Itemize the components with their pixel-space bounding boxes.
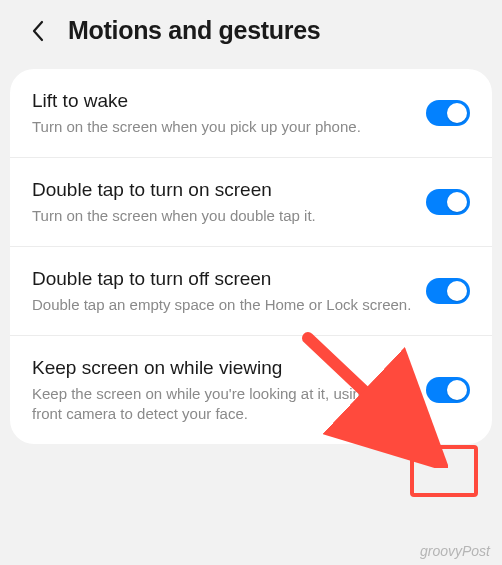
annotation-highlight — [410, 445, 478, 497]
watermark: groovyPost — [420, 543, 490, 559]
setting-desc: Double tap an empty space on the Home or… — [32, 295, 414, 315]
setting-desc: Turn on the screen when you pick up your… — [32, 117, 414, 137]
setting-title: Lift to wake — [32, 89, 414, 113]
toggle-double-tap-on[interactable] — [426, 189, 470, 215]
setting-double-tap-on[interactable]: Double tap to turn on screen Turn on the… — [10, 158, 492, 247]
header: Motions and gestures — [0, 0, 502, 63]
setting-text: Lift to wake Turn on the screen when you… — [32, 89, 426, 137]
setting-lift-to-wake[interactable]: Lift to wake Turn on the screen when you… — [10, 69, 492, 158]
setting-text: Keep screen on while viewing Keep the sc… — [32, 356, 426, 424]
setting-text: Double tap to turn on screen Turn on the… — [32, 178, 426, 226]
setting-double-tap-off[interactable]: Double tap to turn off screen Double tap… — [10, 247, 492, 336]
toggle-double-tap-off[interactable] — [426, 278, 470, 304]
setting-title: Double tap to turn off screen — [32, 267, 414, 291]
toggle-keep-screen-on[interactable] — [426, 377, 470, 403]
toggle-lift-to-wake[interactable] — [426, 100, 470, 126]
setting-title: Keep screen on while viewing — [32, 356, 414, 380]
settings-card: Lift to wake Turn on the screen when you… — [10, 69, 492, 444]
setting-desc: Turn on the screen when you double tap i… — [32, 206, 414, 226]
setting-keep-screen-on[interactable]: Keep screen on while viewing Keep the sc… — [10, 336, 492, 444]
setting-title: Double tap to turn on screen — [32, 178, 414, 202]
setting-desc: Keep the screen on while you're looking … — [32, 384, 414, 425]
page-title: Motions and gestures — [68, 16, 320, 45]
back-icon[interactable] — [26, 19, 50, 43]
setting-text: Double tap to turn off screen Double tap… — [32, 267, 426, 315]
